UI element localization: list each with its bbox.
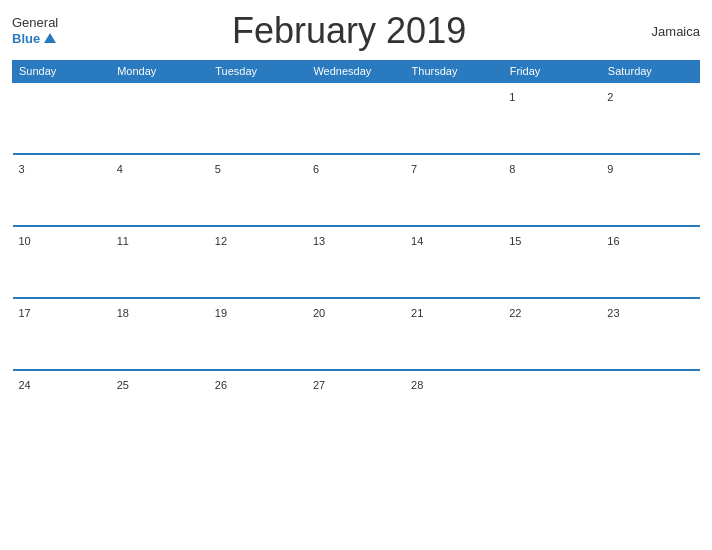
calendar-cell: 18 (111, 298, 209, 370)
day-number: 18 (117, 307, 129, 319)
day-number: 8 (509, 163, 515, 175)
calendar-cell: 10 (13, 226, 111, 298)
day-number: 12 (215, 235, 227, 247)
header-sunday: Sunday (13, 61, 111, 83)
calendar-cell: 1 (503, 82, 601, 154)
header-wednesday: Wednesday (307, 61, 405, 83)
day-number: 23 (607, 307, 619, 319)
logo-blue-text: Blue (12, 31, 56, 46)
calendar-cell: 26 (209, 370, 307, 442)
calendar-cell: 13 (307, 226, 405, 298)
day-number: 15 (509, 235, 521, 247)
calendar-container: General Blue February 2019 Jamaica Sunda… (0, 0, 712, 550)
day-number: 4 (117, 163, 123, 175)
calendar-cell: 24 (13, 370, 111, 442)
day-number: 10 (19, 235, 31, 247)
calendar-title: February 2019 (58, 10, 640, 52)
calendar-cell: 4 (111, 154, 209, 226)
calendar-cell: 16 (601, 226, 699, 298)
logo-general-text: General (12, 16, 58, 30)
calendar-cell: 19 (209, 298, 307, 370)
calendar-cell: 21 (405, 298, 503, 370)
header-saturday: Saturday (601, 61, 699, 83)
day-number: 3 (19, 163, 25, 175)
header-monday: Monday (111, 61, 209, 83)
calendar-cell (209, 82, 307, 154)
calendar-cell: 2 (601, 82, 699, 154)
calendar-cell: 22 (503, 298, 601, 370)
week-row-3: 10111213141516 (13, 226, 700, 298)
header-friday: Friday (503, 61, 601, 83)
day-number: 24 (19, 379, 31, 391)
week-row-1: 12 (13, 82, 700, 154)
logo: General Blue (12, 16, 58, 45)
calendar-cell: 11 (111, 226, 209, 298)
day-number: 28 (411, 379, 423, 391)
day-number: 20 (313, 307, 325, 319)
week-row-4: 17181920212223 (13, 298, 700, 370)
calendar-cell (13, 82, 111, 154)
day-number: 22 (509, 307, 521, 319)
calendar-cell: 5 (209, 154, 307, 226)
header-thursday: Thursday (405, 61, 503, 83)
calendar-cell: 15 (503, 226, 601, 298)
days-header-row: Sunday Monday Tuesday Wednesday Thursday… (13, 61, 700, 83)
day-number: 25 (117, 379, 129, 391)
calendar-cell: 28 (405, 370, 503, 442)
calendar-cell: 8 (503, 154, 601, 226)
calendar-cell (601, 370, 699, 442)
day-number: 14 (411, 235, 423, 247)
week-row-5: 2425262728 (13, 370, 700, 442)
calendar-cell: 9 (601, 154, 699, 226)
day-number: 7 (411, 163, 417, 175)
day-number: 21 (411, 307, 423, 319)
logo-triangle-icon (44, 33, 56, 43)
calendar-cell: 20 (307, 298, 405, 370)
day-number: 5 (215, 163, 221, 175)
calendar-cell: 17 (13, 298, 111, 370)
country-label: Jamaica (640, 24, 700, 39)
calendar-cell (111, 82, 209, 154)
calendar-cell (307, 82, 405, 154)
day-number: 11 (117, 235, 129, 247)
calendar-grid: Sunday Monday Tuesday Wednesday Thursday… (12, 60, 700, 442)
calendar-cell: 12 (209, 226, 307, 298)
calendar-cell: 23 (601, 298, 699, 370)
day-number: 17 (19, 307, 31, 319)
calendar-cell (405, 82, 503, 154)
day-number: 16 (607, 235, 619, 247)
day-number: 2 (607, 91, 613, 103)
day-number: 27 (313, 379, 325, 391)
calendar-cell: 14 (405, 226, 503, 298)
week-row-2: 3456789 (13, 154, 700, 226)
calendar-cell: 27 (307, 370, 405, 442)
day-number: 6 (313, 163, 319, 175)
calendar-cell: 7 (405, 154, 503, 226)
day-number: 19 (215, 307, 227, 319)
day-number: 26 (215, 379, 227, 391)
day-number: 9 (607, 163, 613, 175)
day-number: 13 (313, 235, 325, 247)
calendar-cell (503, 370, 601, 442)
calendar-cell: 3 (13, 154, 111, 226)
calendar-header: General Blue February 2019 Jamaica (12, 10, 700, 52)
day-number: 1 (509, 91, 515, 103)
header-tuesday: Tuesday (209, 61, 307, 83)
calendar-cell: 6 (307, 154, 405, 226)
calendar-cell: 25 (111, 370, 209, 442)
